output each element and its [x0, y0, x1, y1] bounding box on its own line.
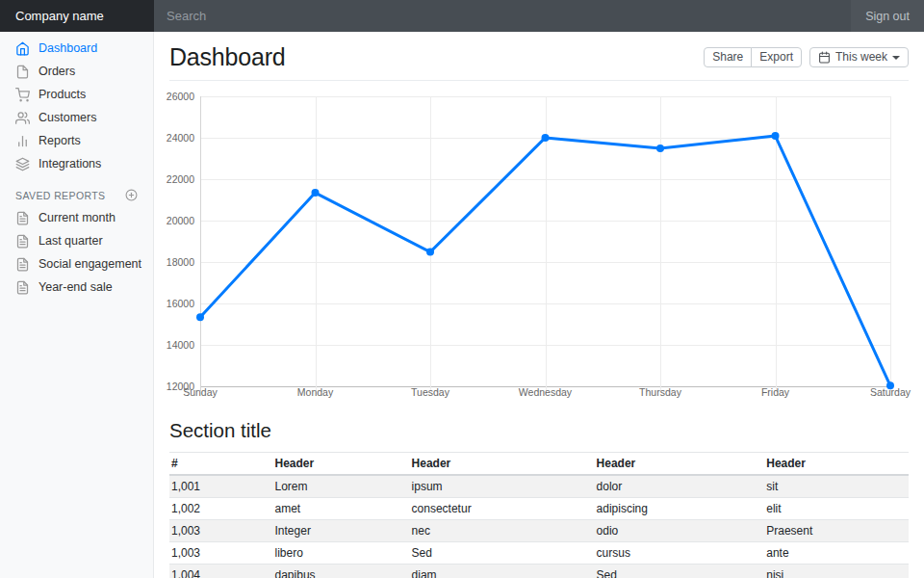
sidebar-item-last-quarter[interactable]: Last quarter	[0, 229, 153, 252]
users-icon	[15, 111, 30, 125]
table-header-cell: Header	[595, 453, 765, 476]
chart-data-point	[886, 381, 894, 389]
y-tick-label: 18000	[167, 256, 194, 268]
chart-data-point	[196, 313, 204, 321]
sidebar: DashboardOrdersProductsCustomersReportsI…	[0, 32, 154, 578]
table-container: #HeaderHeaderHeaderHeader 1,001Loremipsu…	[169, 452, 909, 578]
page-header: Dashboard Share Export This week	[169, 32, 909, 81]
table-cell: diam	[410, 565, 595, 578]
table-header-row: #HeaderHeaderHeaderHeader	[169, 453, 909, 476]
table-cell: libero	[273, 542, 410, 565]
sidebar-item-label: Year-end sale	[38, 279, 113, 295]
share-button[interactable]: Share	[704, 47, 752, 67]
x-tick-label: Tuesday	[411, 386, 450, 398]
table-cell: ipsum	[410, 475, 595, 498]
chart-line-series	[200, 136, 890, 385]
calendar-icon	[818, 51, 831, 64]
sidebar-item-integrations[interactable]: Integrations	[0, 152, 153, 175]
brand[interactable]: Company name	[0, 0, 154, 32]
sidebar-item-products[interactable]: Products	[0, 83, 153, 106]
table-cell: ante	[764, 542, 909, 565]
home-icon	[15, 41, 30, 56]
cart-icon	[15, 88, 30, 102]
line-chart: 2600024000220002000018000160001400012000…	[169, 90, 909, 404]
x-tick-label: Monday	[297, 386, 334, 398]
table-row: 1,003liberoSedcursusante	[169, 542, 909, 565]
sidebar-item-label: Orders	[38, 64, 75, 79]
sidebar-item-label: Dashboard	[38, 40, 97, 56]
table-cell: sit	[764, 475, 909, 498]
file-text-icon	[15, 211, 30, 225]
export-button[interactable]: Export	[751, 47, 802, 67]
table-cell: Integer	[273, 520, 410, 542]
layers-icon	[15, 157, 30, 171]
data-table: #HeaderHeaderHeaderHeader 1,001Loremipsu…	[169, 452, 909, 578]
table-cell: Lorem	[273, 475, 410, 498]
sidebar-item-customers[interactable]: Customers	[0, 106, 153, 129]
sidebar-item-label: Products	[38, 87, 86, 102]
y-tick-label: 26000	[167, 91, 194, 102]
table-cell: Sed	[595, 565, 765, 578]
file-text-icon	[15, 234, 30, 249]
table-header-cell: Header	[764, 453, 909, 476]
table-cell: adipiscing	[595, 498, 765, 520]
search-input[interactable]	[154, 0, 851, 32]
x-tick-label: Thursday	[639, 386, 682, 398]
week-dropdown-button[interactable]: This week	[809, 47, 909, 67]
y-tick-label: 24000	[167, 132, 194, 144]
y-tick-label: 22000	[167, 173, 194, 185]
sidebar-item-dashboard[interactable]: Dashboard	[0, 37, 153, 60]
sidebar-item-year-end-sale[interactable]: Year-end sale	[0, 276, 153, 299]
table-header-cell: Header	[273, 453, 410, 476]
sidebar-item-label: Integrations	[38, 156, 101, 171]
table-header-cell: Header	[410, 453, 595, 476]
table-cell: 1,004	[169, 565, 273, 578]
table-cell: nisi	[764, 565, 909, 578]
sidebar-item-reports[interactable]: Reports	[0, 129, 153, 152]
table-cell: 1,001	[169, 475, 273, 498]
sidebar-item-label: Last quarter	[38, 233, 103, 249]
table-cell: Sed	[410, 542, 595, 565]
section-title: Section title	[169, 419, 909, 442]
week-dropdown-label: This week	[835, 50, 887, 65]
x-tick-label: Wednesday	[519, 386, 573, 398]
sidebar-item-label: Current month	[38, 210, 116, 225]
chart-data-point	[656, 144, 664, 152]
top-navbar: Company name Sign out	[0, 0, 924, 32]
chart-canvas: 2600024000220002000018000160001400012000…	[169, 90, 909, 404]
table-cell: dapibus	[273, 565, 410, 578]
chart-data-point	[772, 132, 780, 140]
chart-data-point	[542, 134, 550, 142]
table-cell: elit	[764, 498, 909, 520]
sign-out-link[interactable]: Sign out	[851, 0, 924, 32]
sidebar-item-social-engagement[interactable]: Social engagement	[0, 252, 153, 276]
share-export-group: Share Export	[704, 47, 802, 67]
x-tick-label: Sunday	[183, 386, 218, 398]
table-row: 1,004dapibusdiamSednisi	[169, 565, 909, 578]
table-cell: 1,003	[169, 542, 273, 565]
table-cell: 1,002	[169, 498, 273, 520]
file-text-icon	[15, 257, 30, 272]
table-cell: 1,003	[169, 520, 273, 542]
chevron-down-icon	[892, 56, 900, 60]
chart-data-point	[426, 249, 434, 256]
table-cell: consectetur	[410, 498, 595, 520]
sidebar-item-current-month[interactable]: Current month	[0, 206, 153, 229]
sidebar-nav: DashboardOrdersProductsCustomersReportsI…	[0, 37, 153, 175]
file-icon	[15, 65, 30, 79]
table-cell: dolor	[595, 475, 765, 498]
table-row: 1,001Loremipsumdolorsit	[169, 475, 909, 498]
table-body: 1,001Loremipsumdolorsit1,002ametconsecte…	[169, 475, 909, 578]
sidebar-item-orders[interactable]: Orders	[0, 60, 153, 83]
chart-data-point	[312, 189, 320, 197]
table-cell: nec	[410, 520, 595, 542]
sidebar-item-label: Social engagement	[38, 256, 141, 272]
y-tick-label: 16000	[167, 298, 194, 309]
table-header-cell: #	[169, 453, 273, 476]
search-container	[154, 0, 851, 32]
table-cell: amet	[273, 498, 410, 520]
toolbar: Share Export This week	[704, 47, 909, 67]
saved-reports-heading: Saved reports	[0, 189, 153, 201]
x-tick-label: Friday	[761, 386, 790, 398]
plus-circle-icon[interactable]	[125, 189, 138, 201]
